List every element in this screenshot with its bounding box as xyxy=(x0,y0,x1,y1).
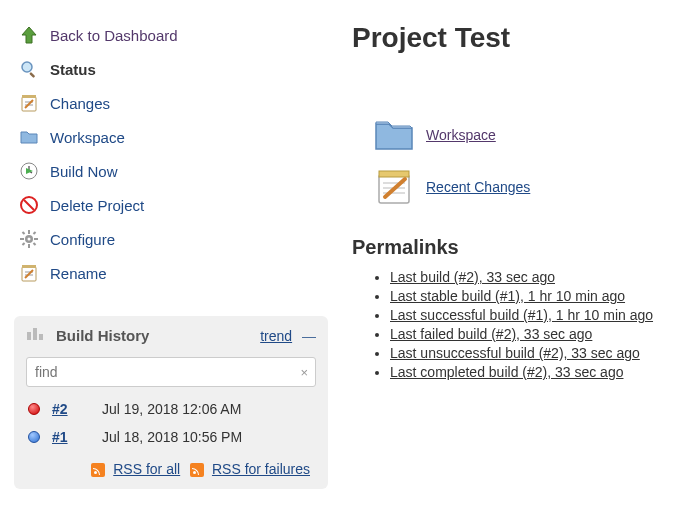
build-date: Jul 19, 2018 12:06 AM xyxy=(102,401,241,417)
folder-icon xyxy=(372,114,416,156)
permalink[interactable]: Last successful build (#1), 1 hr 10 min … xyxy=(390,307,653,323)
build-history-header: Build History trend — xyxy=(14,316,328,353)
history-icon xyxy=(26,326,46,345)
notepad-icon xyxy=(18,262,40,284)
list-item: Last failed build (#2), 33 sec ago xyxy=(390,326,680,342)
folder-icon xyxy=(18,126,40,148)
workspace-link[interactable]: Workspace xyxy=(426,127,496,143)
nav-label: Configure xyxy=(50,231,115,248)
build-row[interactable]: #2 Jul 19, 2018 12:06 AM xyxy=(14,395,328,423)
list-item: Last build (#2), 33 sec ago xyxy=(390,269,680,285)
svg-rect-16 xyxy=(33,231,37,235)
nav-workspace[interactable]: Workspace xyxy=(14,120,328,154)
svg-rect-1 xyxy=(29,72,35,78)
main-content: Project Test Workspace Recent Changes Pe… xyxy=(340,0,692,501)
status-ball-red-icon xyxy=(28,403,40,415)
svg-rect-27 xyxy=(379,171,409,177)
nav-configure[interactable]: Configure xyxy=(14,222,328,256)
rss-failures-link[interactable]: RSS for failures xyxy=(212,461,310,477)
permalinks-list: Last build (#2), 33 sec ago Last stable … xyxy=(352,269,680,380)
recent-changes-row: Recent Changes xyxy=(372,166,680,208)
rss-all-link[interactable]: RSS for all xyxy=(113,461,180,477)
svg-rect-14 xyxy=(22,231,26,235)
nav-label: Rename xyxy=(50,265,107,282)
svg-rect-13 xyxy=(34,238,38,240)
nav-delete-project[interactable]: Delete Project xyxy=(14,188,328,222)
permalink[interactable]: Last completed build (#2), 33 sec ago xyxy=(390,364,623,380)
permalinks-heading: Permalinks xyxy=(352,236,680,259)
nav-changes[interactable]: Changes xyxy=(14,86,328,120)
list-item: Last completed build (#2), 33 sec ago xyxy=(390,364,680,380)
rss-links-row: RSS for all RSS for failures xyxy=(14,451,328,489)
notepad-icon xyxy=(18,92,40,114)
build-history-panel: Build History trend — × #2 Jul 19, 2018 … xyxy=(14,316,328,489)
nav-label: Back to Dashboard xyxy=(50,27,178,44)
status-ball-blue-icon xyxy=(28,431,40,443)
gear-icon xyxy=(18,228,40,250)
svg-rect-15 xyxy=(33,242,37,246)
build-number-link[interactable]: #2 xyxy=(52,401,102,417)
nav-build-now[interactable]: Build Now xyxy=(14,154,328,188)
svg-rect-11 xyxy=(28,244,30,248)
list-item: Last stable build (#1), 1 hr 10 min ago xyxy=(390,288,680,304)
nav-label: Workspace xyxy=(50,129,125,146)
build-date: Jul 18, 2018 10:56 PM xyxy=(102,429,242,445)
svg-point-18 xyxy=(28,238,31,241)
recent-changes-link[interactable]: Recent Changes xyxy=(426,179,530,195)
nav-back-to-dashboard[interactable]: Back to Dashboard xyxy=(14,18,328,52)
svg-point-0 xyxy=(22,62,32,72)
trend-link[interactable]: trend xyxy=(260,328,292,344)
nav-label: Build Now xyxy=(50,163,118,180)
svg-rect-25 xyxy=(39,334,43,340)
nav-label: Delete Project xyxy=(50,197,144,214)
nav-rename[interactable]: Rename xyxy=(14,256,328,290)
svg-rect-10 xyxy=(28,230,30,234)
delete-icon xyxy=(18,194,40,216)
rss-icon xyxy=(91,463,105,477)
clear-search-icon[interactable]: × xyxy=(300,365,308,380)
svg-rect-17 xyxy=(22,242,26,246)
list-item: Last unsuccessful build (#2), 33 sec ago xyxy=(390,345,680,361)
up-arrow-icon xyxy=(18,24,40,46)
nav-label: Changes xyxy=(50,95,110,112)
clock-play-icon xyxy=(18,160,40,182)
workspace-row: Workspace xyxy=(372,114,680,156)
rss-icon xyxy=(190,463,204,477)
page-title: Project Test xyxy=(352,22,680,54)
permalink[interactable]: Last stable build (#1), 1 hr 10 min ago xyxy=(390,288,625,304)
collapse-icon[interactable]: — xyxy=(302,328,316,344)
build-search-input[interactable] xyxy=(26,357,316,387)
build-history-title: Build History xyxy=(56,327,149,344)
notepad-pencil-icon xyxy=(372,166,416,208)
sidebar: Back to Dashboard Status Changes Workspa… xyxy=(0,0,340,501)
nav-label: Status xyxy=(50,61,96,78)
list-item: Last successful build (#1), 1 hr 10 min … xyxy=(390,307,680,323)
svg-rect-12 xyxy=(20,238,24,240)
build-number-link[interactable]: #1 xyxy=(52,429,102,445)
svg-rect-20 xyxy=(22,265,36,268)
search-icon xyxy=(18,58,40,80)
svg-rect-23 xyxy=(27,332,31,340)
svg-rect-3 xyxy=(22,95,36,98)
permalink[interactable]: Last build (#2), 33 sec ago xyxy=(390,269,555,285)
build-row[interactable]: #1 Jul 18, 2018 10:56 PM xyxy=(14,423,328,451)
permalink[interactable]: Last failed build (#2), 33 sec ago xyxy=(390,326,592,342)
permalink[interactable]: Last unsuccessful build (#2), 33 sec ago xyxy=(390,345,640,361)
svg-rect-24 xyxy=(33,328,37,340)
nav-status[interactable]: Status xyxy=(14,52,328,86)
